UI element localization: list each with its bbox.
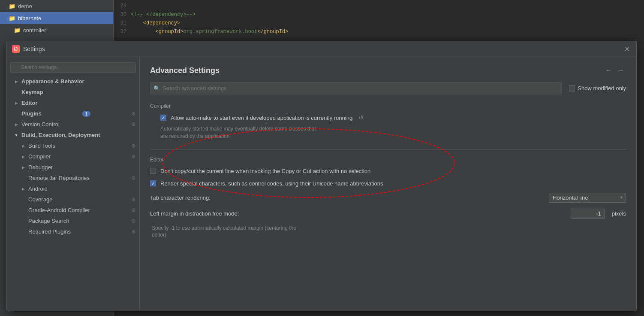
render-special-label: Render special characters, such as contr… bbox=[160, 180, 383, 187]
settings-gear-icon: ⚙ bbox=[131, 111, 136, 117]
close-button[interactable]: ✕ bbox=[623, 45, 631, 53]
sidebar-item-build-execution[interactable]: ▼ Build, Execution, Deployment bbox=[7, 130, 139, 140]
sidebar-item-editor[interactable]: ▶ Editor bbox=[7, 97, 139, 108]
sidebar-item-compiler[interactable]: ▶ Compiler ⚙ bbox=[7, 151, 139, 162]
expand-arrow-icon: ▶ bbox=[14, 122, 19, 127]
sidebar-search-wrap: 🔍 bbox=[7, 61, 139, 76]
render-special-setting-row: ✓ Render special characters, such as con… bbox=[150, 180, 626, 187]
sidebar-item-label: Coverage bbox=[28, 196, 52, 203]
expand-spacer bbox=[14, 111, 19, 116]
settings-gear-icon: ⚙ bbox=[131, 154, 136, 160]
sidebar-item-required-plugins[interactable]: Required Plugins ⚙ bbox=[7, 226, 139, 237]
content-search-wrap: 🔍 Show modified only bbox=[150, 82, 626, 94]
show-modified-label: Show modified only bbox=[578, 85, 626, 91]
left-margin-setting-row: Left margin in distraction free mode: pi… bbox=[150, 209, 626, 219]
reset-icon[interactable]: ↺ bbox=[358, 114, 364, 121]
left-margin-hint: Specify -1 to use automatically calculat… bbox=[150, 225, 626, 239]
settings-gear-icon: ⚙ bbox=[131, 207, 136, 213]
content-search-container: 🔍 bbox=[150, 82, 562, 94]
sidebar-item-plugins[interactable]: Plugins 1 ⚙ bbox=[7, 108, 139, 119]
auto-make-label: Allow auto-make to start even if develop… bbox=[171, 115, 352, 121]
sidebar-item-debugger[interactable]: ▶ Debugger bbox=[7, 162, 139, 173]
plugins-badge: 1 bbox=[82, 111, 90, 117]
sidebar-item-coverage[interactable]: Coverage ⚙ bbox=[7, 194, 139, 205]
show-modified-checkbox[interactable] bbox=[569, 85, 575, 91]
settings-sidebar: 🔍 ▶ Appearance & Behavior Keymap ▶ Edito… bbox=[7, 57, 140, 311]
folder-icon: 📁 bbox=[14, 27, 21, 33]
show-modified-wrap: Show modified only bbox=[569, 85, 626, 91]
sidebar-item-gradle-android[interactable]: Gradle-Android Compiler ⚙ bbox=[7, 205, 139, 216]
sidebar-search-container: 🔍 bbox=[10, 62, 136, 73]
content-header: Advanced Settings ← → bbox=[150, 66, 626, 75]
intellij-icon: IJ bbox=[12, 45, 20, 53]
sidebar-item-label: Build Tools bbox=[28, 143, 55, 149]
left-margin-input[interactable] bbox=[571, 209, 605, 219]
expand-spacer bbox=[14, 90, 19, 95]
content-search-input[interactable] bbox=[150, 82, 562, 94]
settings-gear-icon: ⚙ bbox=[131, 218, 136, 224]
copy-cut-label: Don't copy/cut the current line when inv… bbox=[160, 168, 370, 174]
sidebar-item-appearance[interactable]: ▶ Appearance & Behavior bbox=[7, 76, 139, 87]
project-item-label: hibernate bbox=[18, 15, 41, 21]
sidebar-item-android[interactable]: ▶ Android bbox=[7, 183, 139, 194]
project-item-demo[interactable]: 📁 demo bbox=[0, 0, 113, 12]
auto-make-checkbox[interactable]: ✓ bbox=[160, 115, 166, 121]
sidebar-item-version-control[interactable]: ▶ Version Control ⚙ bbox=[7, 119, 139, 130]
pixels-label: pixels bbox=[612, 210, 626, 217]
auto-make-main: ✓ Allow auto-make to start even if devel… bbox=[160, 114, 364, 121]
sidebar-item-package-search[interactable]: Package Search ⚙ bbox=[7, 216, 139, 226]
sidebar-item-label: Keymap bbox=[21, 89, 43, 95]
expand-spacer bbox=[21, 176, 26, 181]
sidebar-item-label: Gradle-Android Compiler bbox=[28, 207, 90, 213]
expand-arrow-icon: ▶ bbox=[21, 186, 26, 191]
settings-gear-icon: ⚙ bbox=[131, 122, 136, 128]
sidebar-item-label: Android bbox=[28, 185, 48, 192]
tab-char-label: Tab character rendering: bbox=[150, 194, 545, 201]
code-line-29: 29 bbox=[114, 2, 644, 10]
code-line-30: 30 <!-- </dependency>--> bbox=[114, 10, 644, 19]
settings-gear-icon: ⚙ bbox=[131, 229, 136, 235]
nav-forward-button[interactable]: → bbox=[616, 66, 626, 75]
dialog-body: 🔍 ▶ Appearance & Behavior Keymap ▶ Edito… bbox=[7, 57, 636, 311]
folder-icon: 📁 bbox=[9, 3, 15, 9]
sidebar-item-label: Version Control bbox=[21, 121, 60, 128]
auto-make-hint: Automatically started make may eventuall… bbox=[160, 125, 316, 140]
tab-char-select-wrap: Horizontal line Arrow None bbox=[549, 193, 626, 203]
sidebar-item-label: Compiler bbox=[28, 153, 51, 160]
render-special-checkbox[interactable]: ✓ bbox=[150, 180, 156, 186]
sidebar-item-label: Package Search bbox=[28, 218, 69, 224]
compiler-section-title: Compiler bbox=[150, 103, 626, 109]
sidebar-item-keymap[interactable]: Keymap bbox=[7, 87, 139, 97]
project-item-controller[interactable]: 📁 controller bbox=[0, 24, 113, 36]
expand-spacer bbox=[21, 219, 26, 224]
settings-dialog: IJ Settings ✕ 🔍 ▶ Appearance & Behavior … bbox=[6, 41, 637, 311]
sidebar-item-build-tools[interactable]: ▶ Build Tools ⚙ bbox=[7, 140, 139, 151]
sidebar-item-label: Debugger bbox=[28, 164, 53, 170]
project-item-hibernate[interactable]: 📁 hibernate bbox=[0, 12, 113, 24]
code-editor: 29 30 <!-- </dependency>--> 31 <dependen… bbox=[114, 0, 644, 43]
code-line-32: 32 <groupId>org.springframework.boot</gr… bbox=[114, 27, 644, 36]
sidebar-item-label: Appearance & Behavior bbox=[21, 78, 84, 85]
left-margin-label: Left margin in distraction free mode: bbox=[150, 210, 566, 217]
settings-gear-icon: ⚙ bbox=[131, 143, 136, 149]
sidebar-search-input[interactable] bbox=[10, 62, 136, 73]
search-icon: 🔍 bbox=[153, 85, 160, 91]
expand-arrow-icon: ▶ bbox=[21, 143, 26, 149]
sidebar-item-remote-jar[interactable]: Remote Jar Repositories ⚙ bbox=[7, 173, 139, 183]
tab-char-setting-row: Tab character rendering: Horizontal line… bbox=[150, 193, 626, 203]
settings-gear-icon: ⚙ bbox=[131, 197, 136, 203]
project-item-label: demo bbox=[18, 3, 32, 9]
expand-spacer bbox=[21, 197, 26, 202]
nav-back-button[interactable]: ← bbox=[604, 66, 614, 75]
expand-arrow-icon: ▶ bbox=[14, 100, 19, 106]
sidebar-item-label: Required Plugins bbox=[28, 228, 71, 235]
project-item-label: controller bbox=[23, 27, 46, 33]
dialog-titlebar: IJ Settings ✕ bbox=[7, 41, 636, 57]
folder-icon: 📁 bbox=[9, 15, 15, 21]
expand-arrow-icon: ▶ bbox=[21, 154, 26, 159]
settings-gear-icon: ⚙ bbox=[131, 175, 136, 181]
tab-char-select[interactable]: Horizontal line Arrow None bbox=[549, 193, 626, 203]
expand-spacer bbox=[21, 208, 26, 213]
dialog-title: Settings bbox=[23, 46, 619, 52]
copy-cut-checkbox[interactable] bbox=[150, 168, 156, 174]
